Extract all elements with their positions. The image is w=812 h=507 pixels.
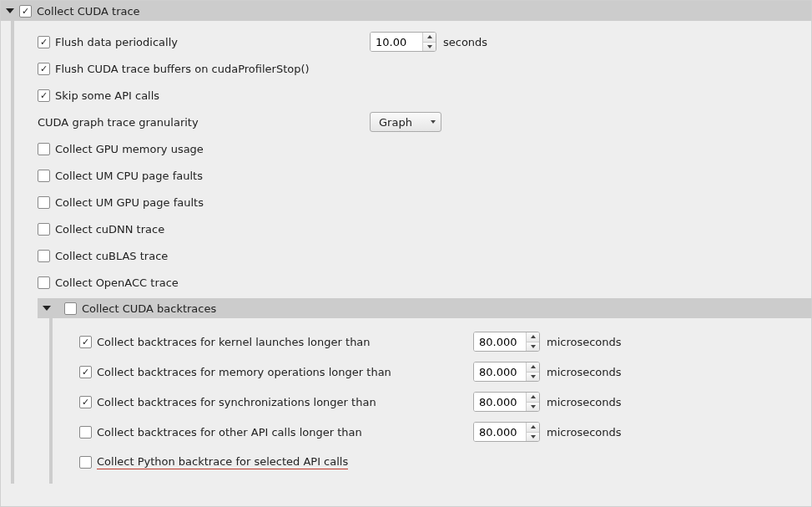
checkbox-collect-cuda-trace[interactable]: ✓ [19, 5, 32, 18]
section-title-backtraces: Collect CUDA backtraces [82, 302, 216, 315]
spin-buttons [422, 33, 436, 51]
row-bt-sync: ✓ Collect backtraces for synchronization… [59, 390, 811, 413]
checkbox-bt-kernel[interactable]: ✓ [79, 336, 92, 348]
row-bt-other: ✓ Collect backtraces for other API calls… [59, 420, 811, 444]
spin-up-button[interactable] [423, 33, 436, 43]
chevron-down-icon [531, 435, 536, 439]
row-um-cpu: ✓ Collect UM CPU page faults [21, 165, 811, 186]
row-graph-granularity: CUDA graph trace granularity Graph [21, 111, 811, 133]
spinbox-bt-sync[interactable] [473, 392, 540, 412]
chevron-down-icon [431, 120, 436, 124]
chevron-up-icon [531, 425, 536, 428]
section-header-cuda-trace: ✓ Collect CUDA trace [1, 1, 811, 21]
combobox-graph-granularity[interactable]: Graph [370, 112, 441, 132]
section-title: Collect CUDA trace [37, 5, 140, 18]
label-bt-python: Collect Python backtrace for selected AP… [97, 455, 348, 469]
row-bt-memory: ✓ Collect backtraces for memory operatio… [59, 360, 811, 383]
label-flush-on-stop: Flush CUDA trace buffers on cudaProfiler… [55, 63, 310, 75]
label-um-gpu: Collect UM GPU page faults [55, 196, 204, 209]
checkbox-cudnn[interactable]: ✓ [38, 223, 50, 236]
label-openacc: Collect OpenACC trace [55, 276, 179, 289]
chevron-down-icon [43, 306, 51, 311]
disclosure-toggle-backtraces[interactable] [41, 302, 53, 314]
checkbox-um-gpu[interactable]: ✓ [38, 196, 50, 209]
unit-flush-periodic: seconds [443, 36, 487, 48]
section-header-backtraces: ✓ Collect CUDA backtraces [38, 298, 811, 318]
spin-up-button[interactable] [527, 363, 539, 373]
spin-down-button[interactable] [527, 403, 539, 412]
label-bt-memory: Collect backtraces for memory operations… [97, 366, 391, 378]
spinbox-bt-memory[interactable] [473, 362, 540, 382]
chevron-down-icon [531, 405, 536, 408]
checkbox-bt-other[interactable]: ✓ [79, 426, 92, 439]
chevron-up-icon [531, 365, 536, 368]
chevron-down-icon [6, 8, 14, 13]
label-cudnn: Collect cuDNN trace [55, 223, 164, 236]
row-flush-periodic: ✓ Flush data periodically seconds [21, 31, 811, 53]
spin-down-button[interactable] [527, 433, 539, 442]
chevron-down-icon [531, 375, 536, 378]
section-body-cuda-trace: ✓ Flush data periodically seconds ✓ Flus… [11, 21, 811, 484]
checkbox-collect-backtraces[interactable]: ✓ [64, 302, 77, 315]
unit-bt-sync: microseconds [547, 396, 622, 408]
checkbox-bt-memory[interactable]: ✓ [79, 366, 92, 378]
unit-bt-kernel: microseconds [547, 336, 622, 348]
checkbox-skip-api[interactable]: ✓ [38, 89, 50, 102]
checkbox-gpu-mem[interactable]: ✓ [38, 143, 50, 155]
spin-down-button[interactable] [527, 342, 539, 352]
checkbox-um-cpu[interactable]: ✓ [38, 170, 50, 182]
spin-buttons [526, 363, 539, 381]
checkbox-flush-on-stop[interactable]: ✓ [38, 63, 50, 75]
row-flush-on-stop: ✓ Flush CUDA trace buffers on cudaProfil… [21, 58, 811, 79]
label-bt-other: Collect backtraces for other API calls l… [97, 426, 362, 439]
spin-buttons [526, 332, 539, 351]
row-openacc: ✓ Collect OpenACC trace [21, 271, 811, 293]
row-gpu-mem: ✓ Collect GPU memory usage [21, 138, 811, 160]
checkbox-openacc[interactable]: ✓ [38, 276, 50, 289]
chevron-up-icon [531, 395, 536, 398]
label-graph-granularity: CUDA graph trace granularity [38, 116, 199, 129]
label-bt-kernel: Collect backtraces for kernel launches l… [97, 336, 371, 348]
label-um-cpu: Collect UM CPU page faults [55, 170, 203, 182]
section-body-backtraces: ✓ Collect backtraces for kernel launches… [49, 318, 811, 484]
spinbox-bt-kernel[interactable] [473, 332, 540, 352]
unit-bt-memory: microseconds [547, 366, 622, 378]
input-bt-kernel[interactable] [474, 332, 526, 351]
row-um-gpu: ✓ Collect UM GPU page faults [21, 191, 811, 213]
spin-down-button[interactable] [527, 373, 539, 382]
checkbox-cublas[interactable]: ✓ [38, 250, 50, 262]
row-cudnn: ✓ Collect cuDNN trace [21, 218, 811, 240]
disclosure-toggle-cuda-trace[interactable] [4, 5, 16, 17]
row-cublas: ✓ Collect cuBLAS trace [21, 245, 811, 266]
row-skip-api: ✓ Skip some API calls [21, 84, 811, 106]
row-bt-kernel: ✓ Collect backtraces for kernel launches… [59, 330, 811, 353]
input-bt-other[interactable] [474, 423, 526, 441]
checkbox-bt-sync[interactable]: ✓ [79, 396, 92, 408]
chevron-down-icon [427, 45, 432, 48]
chevron-up-icon [427, 35, 432, 38]
label-gpu-mem: Collect GPU memory usage [55, 143, 204, 155]
label-skip-api: Skip some API calls [55, 89, 159, 102]
chevron-down-icon [531, 345, 536, 348]
label-cublas: Collect cuBLAS trace [55, 250, 168, 262]
chevron-up-icon [531, 335, 536, 338]
input-flush-periodic[interactable] [371, 33, 422, 51]
input-bt-memory[interactable] [474, 363, 526, 381]
spinbox-flush-periodic[interactable] [370, 32, 436, 52]
spin-buttons [526, 393, 539, 411]
spin-up-button[interactable] [527, 393, 539, 403]
spin-up-button[interactable] [527, 423, 539, 433]
label-bt-sync: Collect backtraces for synchronizations … [97, 396, 376, 408]
spin-down-button[interactable] [423, 43, 436, 52]
input-bt-sync[interactable] [474, 393, 526, 411]
spinbox-bt-other[interactable] [473, 422, 540, 442]
row-bt-python: ✓ Collect Python backtrace for selected … [59, 450, 811, 474]
combobox-value: Graph [379, 116, 412, 129]
checkbox-bt-python[interactable]: ✓ [79, 456, 92, 469]
checkbox-flush-periodic[interactable]: ✓ [38, 36, 50, 48]
unit-bt-other: microseconds [547, 426, 622, 439]
spin-buttons [526, 423, 539, 441]
label-flush-periodic: Flush data periodically [55, 36, 178, 48]
spin-up-button[interactable] [527, 332, 539, 342]
